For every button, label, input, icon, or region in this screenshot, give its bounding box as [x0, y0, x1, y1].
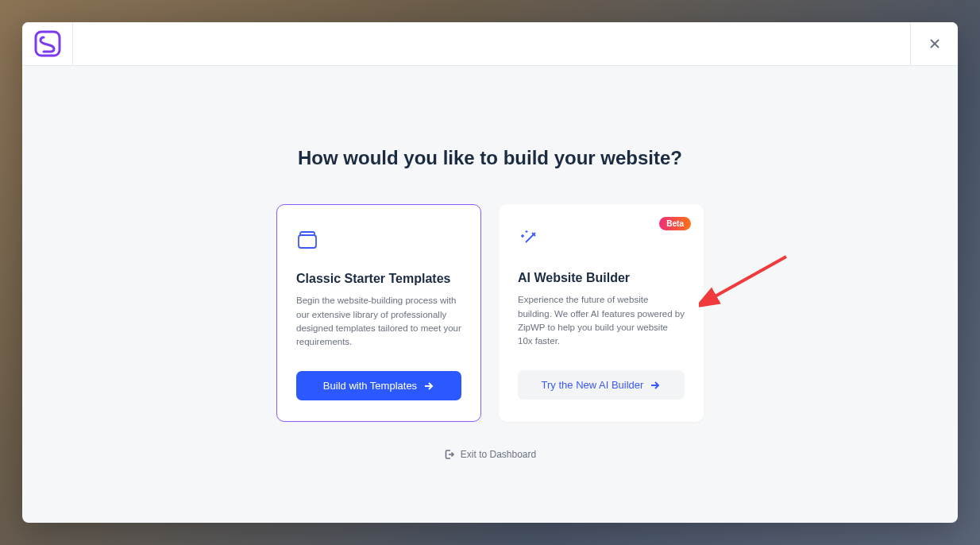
close-button[interactable]	[910, 22, 958, 66]
box-icon	[296, 229, 318, 251]
option-card-ai[interactable]: Beta AI Website Builder Experience the f…	[499, 204, 704, 422]
modal-header	[22, 22, 958, 66]
page-title: How would you like to build your website…	[54, 145, 926, 171]
button-label: Build with Templates	[323, 380, 417, 392]
modal-content: How would you like to build your website…	[22, 66, 958, 495]
arrow-right-icon	[650, 380, 661, 391]
options-row: Classic Starter Templates Begin the webs…	[54, 204, 926, 422]
magic-wand-icon	[518, 228, 540, 250]
button-label: Try the New AI Builder	[542, 379, 644, 391]
close-icon	[928, 37, 942, 51]
exit-icon	[444, 449, 455, 460]
svg-rect-3	[299, 235, 316, 248]
app-logo-icon	[34, 30, 61, 57]
arrow-right-icon	[423, 381, 434, 392]
option-card-classic[interactable]: Classic Starter Templates Begin the webs…	[276, 204, 481, 422]
card-title-ai: AI Website Builder	[518, 271, 685, 285]
card-desc-classic: Begin the website-building process with …	[296, 294, 461, 349]
beta-badge: Beta	[659, 217, 691, 230]
card-desc-ai: Experience the future of website buildin…	[518, 293, 685, 348]
card-title-classic: Classic Starter Templates	[296, 272, 461, 286]
exit-dashboard-link[interactable]: Exit to Dashboard	[444, 449, 536, 460]
build-templates-button[interactable]: Build with Templates	[296, 371, 461, 400]
try-ai-builder-button[interactable]: Try the New AI Builder	[518, 370, 685, 400]
exit-label: Exit to Dashboard	[461, 449, 536, 460]
logo-container[interactable]	[22, 22, 73, 66]
onboarding-modal: How would you like to build your website…	[22, 22, 958, 523]
